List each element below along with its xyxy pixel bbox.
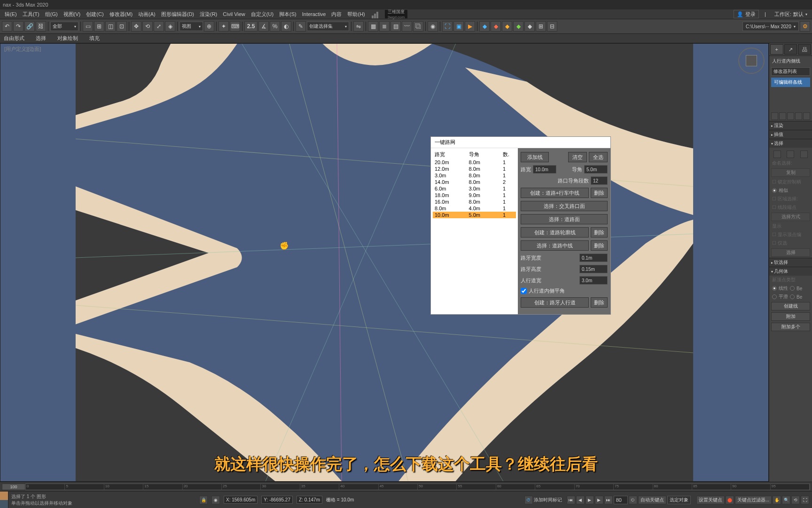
- nav-max-icon[interactable]: ⛶: [801, 496, 809, 504]
- lock-handles-check[interactable]: ☐ 锁定控制柄: [769, 178, 812, 186]
- modifier-list-dropdown[interactable]: 修改器列表: [771, 67, 810, 76]
- scale-icon[interactable]: ⤢: [154, 21, 164, 32]
- select-icon[interactable]: ▭: [83, 21, 93, 32]
- undo-icon[interactable]: ↶: [2, 21, 12, 32]
- coord-x[interactable]: X: 1569.605m: [224, 496, 258, 504]
- table-row[interactable]: 10.0m5.0m1: [433, 212, 516, 218]
- modify-tab-icon[interactable]: ↗: [784, 44, 797, 55]
- timeline-track[interactable]: 051015 20253035 40455055 60657075 808590…: [25, 484, 810, 490]
- menu-civil-view[interactable]: Civil View: [220, 10, 248, 18]
- smooth-radio[interactable]: [772, 294, 777, 299]
- tool-c-icon[interactable]: ◆: [502, 21, 512, 32]
- table-row[interactable]: 14.0m8.0m2: [433, 179, 516, 185]
- menu-views[interactable]: 视图(V): [61, 10, 84, 19]
- goto-end-icon[interactable]: ⏭: [604, 496, 613, 504]
- pin-stack-icon[interactable]: [771, 112, 778, 120]
- goto-start-icon[interactable]: ⏮: [567, 496, 575, 504]
- nav-orbit-icon[interactable]: ⟲: [791, 496, 800, 504]
- create-line-button[interactable]: 创建线: [771, 302, 810, 310]
- tab-selection[interactable]: 选择: [36, 35, 46, 42]
- isolate-icon[interactable]: ◉: [211, 496, 220, 504]
- vertex-subobj-icon[interactable]: [773, 151, 781, 158]
- angle-snap-icon[interactable]: ∡: [258, 21, 269, 32]
- script-listener-toggle[interactable]: [0, 492, 8, 508]
- layers-icon[interactable]: ≣: [379, 21, 390, 32]
- seg-spinner[interactable]: 12: [591, 176, 608, 185]
- section-geometry[interactable]: 几何体: [769, 267, 812, 276]
- ref-coord-dropdown[interactable]: 视图▾: [180, 22, 203, 31]
- set-key-button[interactable]: 设置关键点: [696, 496, 725, 504]
- key-filter-button[interactable]: 关键点过滤器...: [735, 496, 772, 504]
- menu-rendering[interactable]: 渲染(R): [197, 10, 220, 19]
- plugin-title[interactable]: 一键路网: [431, 137, 610, 148]
- play-icon[interactable]: ▶: [586, 496, 594, 504]
- tab-freeform[interactable]: 自由形式: [4, 35, 24, 42]
- attach-button[interactable]: 附加: [771, 312, 810, 321]
- tool-d-icon[interactable]: ◆: [513, 21, 523, 32]
- next-frame-icon[interactable]: ▶: [595, 496, 603, 504]
- width-spinner[interactable]: 10.0m: [533, 165, 556, 174]
- bz-radio[interactable]: [790, 294, 795, 299]
- menu-customize[interactable]: 自定义(U): [248, 10, 276, 19]
- time-tag-icon[interactable]: ⏱: [524, 496, 533, 504]
- tab-object-paint[interactable]: 对象绘制: [57, 35, 78, 42]
- select-cross-button[interactable]: 选择：交叉路口面: [521, 201, 608, 211]
- mirror-icon[interactable]: ⇋: [353, 21, 364, 32]
- inner-flat-checkbox[interactable]: [521, 288, 527, 294]
- schematic-view-icon[interactable]: ⿻: [413, 21, 423, 32]
- remove-modifier-icon[interactable]: [795, 112, 802, 120]
- filter-dropdown[interactable]: 全部▾: [50, 22, 78, 31]
- window-crossing-icon[interactable]: ⊡: [117, 21, 127, 32]
- section-soft-selection[interactable]: 软选择: [769, 258, 812, 267]
- render-setup-icon[interactable]: ⛶: [442, 21, 453, 32]
- create-tab-icon[interactable]: +: [770, 44, 783, 55]
- tab-populate[interactable]: 填充: [89, 35, 100, 42]
- prev-frame-icon[interactable]: ◀: [576, 496, 585, 504]
- add-line-button[interactable]: 添加线: [521, 152, 549, 162]
- select-name-icon[interactable]: ⊞: [94, 21, 104, 32]
- seg-end-check[interactable]: ☐ 线段端点: [769, 203, 812, 212]
- menu-content[interactable]: 内容: [328, 10, 344, 19]
- table-row[interactable]: 3.0m8.0m1: [433, 172, 516, 179]
- coord-z[interactable]: Z: 0.147m: [297, 496, 322, 504]
- redo-icon[interactable]: ↷: [13, 21, 23, 32]
- section-selection[interactable]: 选择: [769, 139, 812, 148]
- frame-indicator[interactable]: 100: [2, 484, 25, 490]
- render-frame-icon[interactable]: ▣: [453, 21, 464, 32]
- table-row[interactable]: 18.0m9.0m1: [433, 192, 516, 198]
- manipulate-icon[interactable]: ✦: [219, 21, 229, 32]
- sel-obj-dropdown[interactable]: 选定对象: [667, 496, 691, 504]
- walk-w-spinner[interactable]: 3.0m: [579, 276, 608, 285]
- select-region-icon[interactable]: ◫: [105, 21, 116, 32]
- edit-named-sel-icon[interactable]: ✎: [296, 21, 306, 32]
- menu-graph-editors[interactable]: 图形编辑器(D): [158, 10, 197, 19]
- workspace-selector[interactable]: 工作区: 默认 ▾: [772, 11, 810, 18]
- linear-radio[interactable]: [772, 286, 777, 291]
- use-center-icon[interactable]: ⊕: [204, 21, 214, 32]
- road-plugin-panel[interactable]: 一键路网 路宽 导角 数. 20.0m8.0m112.0m8.0m13.0m8.…: [430, 136, 611, 315]
- hierarchy-tab-icon[interactable]: 品: [798, 44, 811, 55]
- placement-icon[interactable]: ◈: [165, 21, 175, 32]
- nav-pan-icon[interactable]: ✋: [773, 496, 781, 504]
- make-unique-icon[interactable]: [787, 112, 794, 120]
- snap-toggle-icon[interactable]: 2.5: [244, 21, 258, 32]
- align-icon[interactable]: ▦: [368, 21, 378, 32]
- delete-outline-button[interactable]: 删除: [591, 227, 608, 238]
- login-button[interactable]: 👤 登录: [734, 10, 759, 18]
- percent-snap-icon[interactable]: %: [270, 21, 280, 32]
- add-time-tag-label[interactable]: 添加时间标记: [534, 497, 562, 503]
- menu-group[interactable]: 组(G): [42, 10, 61, 19]
- curve-editor-icon[interactable]: 〰: [402, 21, 412, 32]
- curb-w-spinner[interactable]: 0.1m: [579, 254, 608, 262]
- tool-f-icon[interactable]: ⊞: [536, 21, 546, 32]
- key-mode-icon[interactable]: ⬤: [726, 496, 734, 504]
- select-all-button[interactable]: 全选: [589, 152, 608, 162]
- named-sel-dropdown[interactable]: 创建选择集▾: [307, 22, 349, 31]
- table-row[interactable]: 20.0m8.0m1: [433, 159, 516, 166]
- nav-zoom-icon[interactable]: 🔍: [782, 496, 790, 504]
- select-by-button[interactable]: 选择方式: [771, 213, 810, 221]
- tool-g-icon[interactable]: ⊟: [547, 21, 557, 32]
- select-road-button[interactable]: 选择：道路面: [521, 214, 608, 224]
- viewcube[interactable]: [738, 48, 765, 74]
- toggle-ribbon-icon[interactable]: ▤: [390, 21, 401, 32]
